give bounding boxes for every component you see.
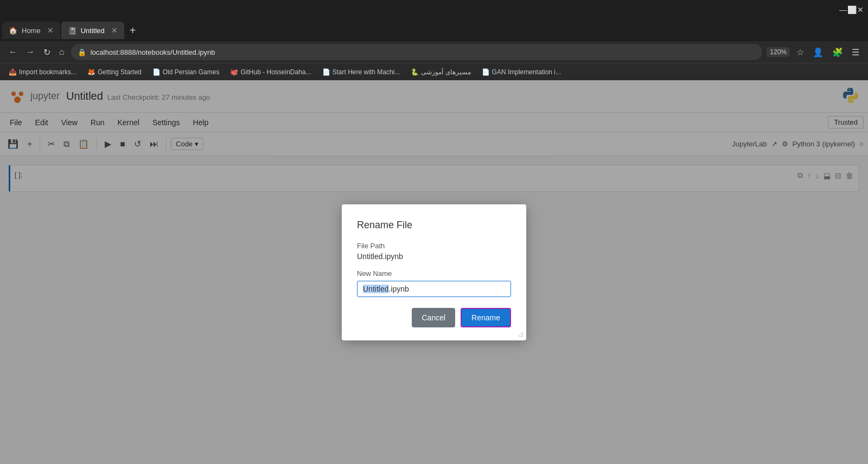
bookmark-import-label: Import bookmarks... (19, 68, 76, 76)
bookmarks-bar: 📥 Import bookmarks... 🦊 Getting Started … (0, 63, 868, 80)
url-text: localhost:8888/notebooks/Untitled.ipynb (91, 48, 215, 56)
getting-started-icon: 🦊 (87, 68, 95, 76)
new-name-input[interactable] (357, 281, 511, 297)
minimize-button[interactable]: — (840, 7, 846, 13)
bookmark-github-label: GitHub - HosseinDaha... (240, 68, 311, 76)
tab-bar: 🏠 Home ✕ 📓 Untitled ✕ + (0, 20, 868, 41)
gan-icon: 📄 (482, 68, 490, 76)
maximize-button[interactable]: ⬜ (848, 7, 855, 13)
zoom-level: 120% (767, 47, 790, 57)
tab-untitled[interactable]: 📓 Untitled ✕ (61, 22, 124, 39)
rename-button[interactable]: Rename (461, 308, 511, 327)
bookmark-old-persian[interactable]: 📄 Old Persian Games (148, 67, 224, 78)
close-button[interactable]: ✕ (857, 7, 864, 13)
home-button[interactable]: ⌂ (57, 45, 67, 59)
refresh-button[interactable]: ↻ (41, 45, 53, 60)
bookmark-start-here-label: Start Here with Machi... (333, 68, 400, 76)
bookmark-persian-tutorials[interactable]: 🐍 مسیرهای آموزشی (406, 67, 475, 78)
new-tab-button[interactable]: + (125, 24, 141, 37)
resize-handle[interactable]: ⊿ (518, 330, 524, 338)
extensions-button[interactable]: 🧩 (830, 45, 845, 60)
dialog-title: Rename File (357, 220, 511, 231)
file-path-value: Untitled.ipynb (357, 252, 511, 261)
bookmark-getting-started[interactable]: 🦊 Getting Started (83, 67, 146, 78)
old-persian-icon: 📄 (152, 68, 161, 76)
start-here-icon: 📄 (322, 68, 330, 76)
url-bar[interactable]: 🔒 localhost:8888/notebooks/Untitled.ipyn… (71, 44, 763, 60)
modal-overlay: Rename File File Path Untitled.ipynb New… (0, 80, 868, 464)
untitled-tab-title: Untitled (81, 27, 105, 35)
title-bar: — ⬜ ✕ (0, 0, 868, 20)
bookmark-start-here[interactable]: 📄 Start Here with Machi... (318, 67, 405, 78)
untitled-tab-favicon: 📓 (68, 27, 76, 35)
profile-button[interactable]: 👤 (810, 45, 826, 60)
persian-icon: 🐍 (411, 68, 419, 76)
bookmark-getting-started-label: Getting Started (98, 68, 142, 76)
menu-button[interactable]: ☰ (850, 45, 861, 60)
bookmark-star[interactable]: ☆ (794, 45, 806, 60)
address-right: 120% ☆ 👤 🧩 ☰ (767, 45, 861, 60)
file-path-label: File Path (357, 242, 511, 250)
address-bar: ← → ↻ ⌂ 🔒 localhost:8888/notebooks/Untit… (0, 41, 868, 63)
home-tab-title: Home (22, 27, 41, 35)
browser-window: — ⬜ ✕ 🏠 Home ✕ 📓 Untitled ✕ + ← → ↻ ⌂ 🔒 … (0, 0, 868, 464)
bookmark-github[interactable]: 🐙 GitHub - HosseinDaha... (226, 67, 315, 78)
tab-home[interactable]: 🏠 Home ✕ (2, 22, 60, 39)
bookmark-old-persian-label: Old Persian Games (163, 68, 220, 76)
import-icon: 📥 (9, 68, 17, 76)
back-button[interactable]: ← (7, 45, 20, 59)
untitled-tab-close[interactable]: ✕ (111, 26, 118, 35)
github-icon: 🐙 (230, 68, 238, 76)
bookmark-gan[interactable]: 📄 GAN Implementation i... (477, 67, 565, 78)
window-controls: — ⬜ ✕ (840, 7, 864, 13)
new-name-label: New Name (357, 269, 511, 278)
home-tab-favicon: 🏠 (9, 27, 17, 35)
bookmark-import[interactable]: 📥 Import bookmarks... (4, 67, 81, 78)
jupyter-container: jupyter Untitled Last Checkpoint: 27 min… (0, 80, 868, 464)
rename-dialog: Rename File File Path Untitled.ipynb New… (342, 204, 526, 340)
dialog-buttons: Cancel Rename (357, 308, 511, 327)
bookmark-gan-label: GAN Implementation i... (492, 68, 561, 76)
cancel-button[interactable]: Cancel (412, 308, 455, 327)
bookmark-persian-label: مسیرهای آموزشی (421, 68, 470, 76)
security-icon: 🔒 (78, 48, 86, 56)
home-tab-close[interactable]: ✕ (47, 26, 54, 35)
forward-button[interactable]: → (24, 45, 37, 59)
